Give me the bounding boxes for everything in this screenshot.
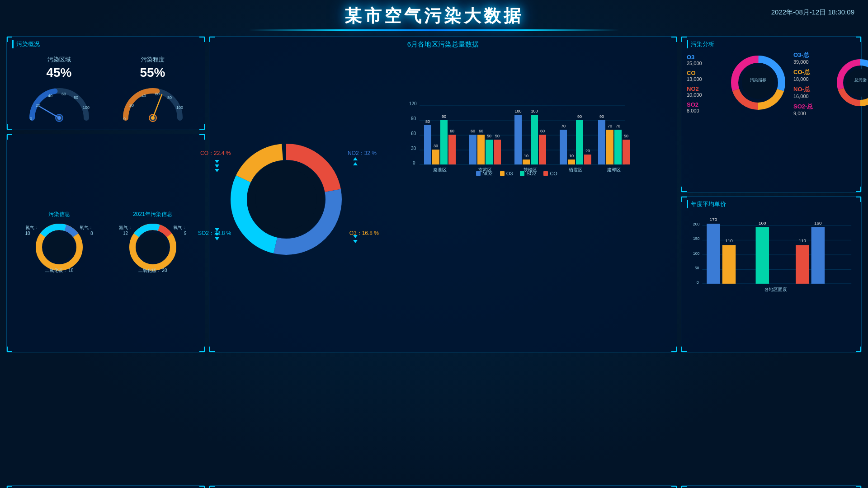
year-avg-chart-svg: 0 50 100 150 200 170 110 160 bbox=[687, 211, 856, 292]
bar-chart-svg: 0 30 60 90 120 80 bbox=[362, 52, 671, 169]
svg-rect-44 bbox=[424, 125, 431, 164]
arrow-up2 bbox=[353, 162, 358, 165]
lbl-co2: 二氧化碳： 18 bbox=[45, 267, 74, 274]
legend-so2-label: SO2 bbox=[526, 171, 536, 176]
svg-rect-121 bbox=[811, 227, 825, 284]
svg-rect-119 bbox=[796, 245, 809, 284]
a-o3-val: 25,000 bbox=[687, 61, 723, 66]
analysis-so2-total: SO2-总 9,000 bbox=[793, 103, 830, 116]
svg-point-94 bbox=[742, 66, 774, 99]
donut-section: CO：22.4 % NO2：32 % SO2：28.8 % O3：16.8 % bbox=[215, 52, 358, 348]
current-donut-svg bbox=[32, 220, 86, 274]
svg-rect-57 bbox=[486, 140, 493, 164]
header: 某市空气污染大数据 2022年-08月-12日 18:30:09 bbox=[0, 0, 868, 33]
svg-text:90: 90 bbox=[411, 116, 416, 121]
svg-text:160: 160 bbox=[759, 221, 766, 225]
svg-text:50: 50 bbox=[624, 134, 628, 138]
arrow-set1 bbox=[215, 160, 219, 172]
lbl-co2-2021: 二氧化碳： 20 bbox=[138, 267, 167, 274]
pollution-info-panel: 污染信息 bbox=[6, 134, 205, 352]
a-co-val: 13,000 bbox=[687, 76, 723, 82]
year2021-donut-svg bbox=[126, 220, 180, 274]
svg-rect-117 bbox=[756, 227, 769, 284]
svg-text:70: 70 bbox=[561, 124, 566, 128]
svg-text:200: 200 bbox=[693, 222, 700, 226]
a-o3-label: O3 bbox=[687, 54, 723, 61]
analysis-right-vals: O3-总 39,000 CO-总 18,000 NO-总 16,000 SO2-… bbox=[793, 51, 830, 116]
svg-text:160: 160 bbox=[814, 221, 822, 225]
svg-text:60: 60 bbox=[450, 129, 454, 133]
mid-column: 6月各地区污染总量数据 bbox=[209, 36, 677, 352]
svg-rect-84 bbox=[614, 130, 622, 164]
polluted-area-panel: 已污染未污染地区数据 已污染： 6 个 11 地区总数 bbox=[209, 485, 677, 488]
gauge-area-value: 45% bbox=[23, 66, 95, 80]
bar-chart-section: 0 30 60 90 120 80 bbox=[362, 52, 671, 348]
svg-rect-53 bbox=[469, 135, 476, 164]
svg-text:110: 110 bbox=[799, 238, 807, 243]
legend-o3-dot bbox=[500, 171, 505, 176]
smoke-panel: 固废-24小时烟气浓度指标 总量完成率： 28% 0 25 50 75 100 … bbox=[6, 485, 205, 488]
analysis-left-vals: O3 25,000 CO 13,000 NO2 10,000 SO2 8,000 bbox=[687, 54, 723, 113]
arrow3 bbox=[215, 169, 219, 172]
current-donut-container: 污染信息 bbox=[32, 211, 86, 276]
a-so2-label: SO2 bbox=[687, 101, 723, 108]
legend-co-label: CO bbox=[550, 171, 557, 176]
svg-text:120: 120 bbox=[409, 101, 417, 106]
svg-text:10: 10 bbox=[569, 154, 574, 158]
gauge-degree-value: 55% bbox=[117, 66, 189, 80]
no2-label: NO2：32 % bbox=[348, 150, 377, 157]
pollution-overview-title: 污染概况 bbox=[12, 40, 199, 48]
lbl-oxygen-2021: 氧气： 9 bbox=[173, 225, 187, 236]
gauge-area-svg: 0 20 40 60 80 100 bbox=[23, 82, 95, 122]
arrow-dn2 bbox=[353, 240, 358, 243]
arrow1 bbox=[215, 160, 219, 163]
analysis-donut-wrap: 污染指标 bbox=[726, 51, 790, 116]
svg-text:40: 40 bbox=[48, 94, 52, 98]
svg-text:80: 80 bbox=[74, 95, 78, 100]
title-bar-decoration bbox=[249, 29, 619, 31]
mid-chart-panel: 6月各地区污染总量数据 bbox=[209, 36, 677, 352]
analysis-no2: NO2 10,000 bbox=[687, 85, 723, 98]
svg-rect-46 bbox=[432, 150, 439, 164]
legend-no2-label: NO2 bbox=[482, 171, 493, 176]
svg-rect-82 bbox=[606, 130, 613, 164]
svg-rect-71 bbox=[560, 130, 567, 164]
svg-rect-75 bbox=[576, 120, 583, 164]
svg-text:170: 170 bbox=[710, 217, 717, 222]
legend-no2-dot bbox=[476, 171, 481, 176]
datetime-display: 2022年-08月-12日 18:30:09 bbox=[771, 8, 854, 17]
svg-text:60: 60 bbox=[61, 92, 66, 96]
a-so2t-val: 9,000 bbox=[793, 111, 830, 116]
analysis-no-total: NO-总 16,000 bbox=[793, 85, 830, 99]
legend-so2-dot bbox=[520, 171, 524, 176]
legend-co: CO bbox=[543, 171, 557, 176]
analysis-o3-total: O3-总 39,000 bbox=[793, 51, 830, 65]
svg-text:0: 0 bbox=[697, 280, 699, 285]
svg-rect-64 bbox=[523, 160, 530, 164]
analysis-donut2-wrap: 总污染 bbox=[833, 56, 868, 112]
svg-text:60: 60 bbox=[479, 129, 483, 133]
svg-rect-77 bbox=[584, 155, 591, 164]
lbl-oxygen: 氧气： 8 bbox=[80, 225, 93, 236]
legend-so2: SO2 bbox=[520, 171, 536, 176]
arrows-left bbox=[215, 160, 219, 240]
gauge-area: 污染区域 45% 0 20 40 60 80 100 bbox=[23, 56, 95, 122]
a-co-label: CO bbox=[687, 70, 723, 76]
svg-point-33 bbox=[255, 169, 317, 230]
big-donut-svg bbox=[223, 136, 349, 263]
svg-rect-66 bbox=[531, 115, 538, 164]
lbl-nitrogen: 氮气： 10 bbox=[25, 225, 39, 236]
analysis-donut-svg: 污染指标 bbox=[726, 51, 790, 114]
so2-label: SO2：28.8 % bbox=[198, 230, 231, 237]
a-not-val: 16,000 bbox=[793, 94, 830, 99]
year2021-title: 2021年污染信息 bbox=[126, 211, 180, 218]
a-cot-label: CO-总 bbox=[793, 68, 830, 76]
svg-rect-55 bbox=[477, 135, 485, 164]
year2021-donut-container: 2021年污染信息 氮气： 12 bbox=[126, 211, 180, 276]
mid-chart-content: CO：22.4 % NO2：32 % SO2：28.8 % O3：16.8 % bbox=[215, 52, 671, 348]
analysis-o3: O3 25,000 bbox=[687, 54, 723, 66]
a-o3t-label: O3-总 bbox=[793, 51, 830, 59]
legend-co-dot bbox=[543, 171, 548, 176]
legend-no2: NO2 bbox=[476, 171, 493, 176]
legend-o3-label: O3 bbox=[506, 171, 513, 176]
